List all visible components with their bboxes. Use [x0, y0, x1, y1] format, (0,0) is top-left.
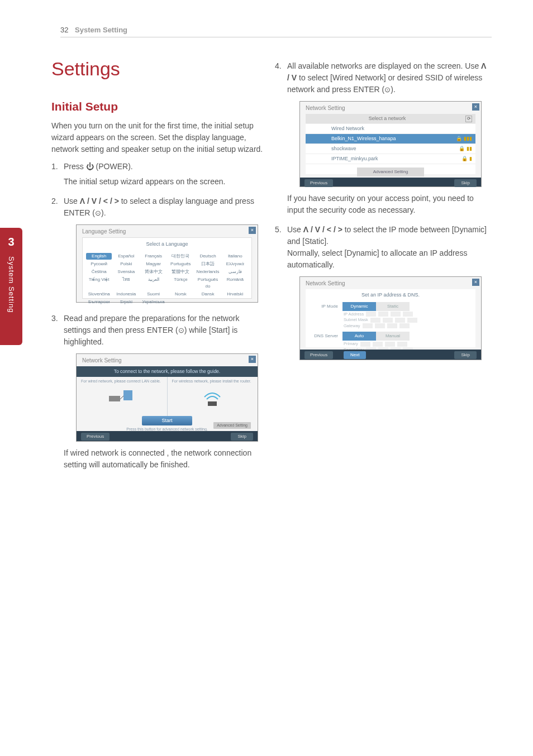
s4-after: If you have security on your access poin… [287, 193, 487, 216]
enter-icon: ⊙ [384, 84, 391, 95]
lang-cell [195, 299, 221, 305]
lang-cell: Čeština [86, 269, 112, 275]
wired-option: Wired Network [309, 125, 448, 133]
steps-right: 4. All available networks are displayed … [275, 60, 487, 366]
lang-cell: Suomi [140, 291, 166, 298]
static-tab: Static [376, 302, 410, 311]
s1-sub: The initial setup wizard appears on the … [64, 176, 264, 188]
step-num: 5. [275, 224, 287, 366]
enter-icon: ⊙ [178, 325, 184, 336]
previous-button: Previous [304, 179, 333, 187]
close-icon: × [249, 227, 256, 234]
dns-label: DNS Server [309, 333, 342, 339]
lang-cell: Українська [140, 299, 166, 305]
advanced-button: Advanced Setting [357, 168, 424, 176]
svg-line-2 [120, 396, 123, 399]
enter-icon: ⊙ [95, 208, 101, 219]
signal-icon: ▮ [469, 156, 472, 161]
s2-a: Use [64, 197, 80, 205]
step-4: 4. All available networks are displayed … [275, 60, 487, 219]
s4-a: All available networks are displayed on … [287, 61, 481, 70]
header-section: System Setting [75, 26, 127, 34]
wired-label: For wired network, please connect LAN ca… [81, 379, 163, 384]
svg-rect-3 [208, 401, 217, 406]
ip-head: Set an IP address & DNS. [306, 289, 475, 302]
auto-tab: Auto [342, 332, 376, 341]
lang-cell: Magyar [140, 261, 166, 267]
close-icon: × [472, 279, 479, 286]
page-number: 32 [60, 26, 68, 34]
lang-cell: Srpski [113, 299, 139, 305]
svg-rect-0 [109, 396, 120, 401]
ss-lang-head: Select a Language [83, 238, 251, 251]
lang-cell: العربية [140, 276, 166, 290]
skip-button: Skip [454, 179, 477, 187]
lang-cell: Slovenčina [86, 291, 112, 298]
screenshot-network-select: Network Setting × Select a network⟳ Wire… [299, 101, 482, 187]
signal-icon: ▮▮▮ [464, 136, 472, 141]
screenshot-network-guide: Network Setting × To connect to the netw… [76, 353, 258, 442]
lang-cell [168, 299, 193, 305]
net-head: Select a network [309, 115, 465, 123]
manual-tab: Manual [376, 332, 410, 341]
sidebar-label: System Setting [7, 256, 16, 313]
power-icon: ⏻ [86, 162, 94, 171]
lock-icon: 🔒 [459, 146, 465, 151]
step-1: 1. Press ⏻ (POWER). The initial setup wi… [51, 161, 264, 191]
screenshot-ip-mode: Network Setting × Set an IP address & DN… [299, 276, 482, 360]
subnet-label: Subnet Mask [344, 317, 368, 323]
ipmode-label: IP Mode [309, 303, 342, 310]
signal-icon: ▮▮ [467, 146, 472, 151]
lang-cell: Ελληνικά [222, 261, 248, 267]
ipaddr-label: IP Address [344, 312, 364, 318]
step-num: 2. [51, 195, 64, 308]
ss-title: Language Setting [82, 227, 126, 236]
lang-cell: Indonesia [113, 291, 139, 298]
net-name: Belkin_N1_Wireless_hanapa [309, 135, 448, 143]
lang-cell: 繁體中文 [168, 269, 193, 275]
sidebar-tab: 3 System Setting [0, 228, 22, 345]
refresh-icon: ⟳ [465, 116, 472, 122]
lang-cell: 대한민국 [168, 253, 193, 260]
left-column: Settings Initial Setup When you turn on … [51, 58, 264, 479]
advanced-button: Advanced Setting [213, 422, 251, 429]
primary-label: Primary [344, 341, 358, 347]
step-3: 3. Read and prepare the preparations for… [51, 313, 264, 474]
previous-button: Previous [81, 433, 110, 441]
lang-cell [222, 299, 248, 305]
ss-title: Network Setting [306, 104, 345, 112]
close-icon: × [472, 103, 479, 111]
lang-cell: Türkçe [168, 276, 193, 290]
gateway-label: Gateway [344, 323, 360, 329]
lang-cell: Français [140, 253, 166, 260]
previous-button: Previous [304, 351, 333, 359]
arrow-all-icon: Λ / V / < / > [80, 197, 119, 205]
page-title: Settings [51, 58, 264, 80]
lang-cell: Italiano [222, 253, 248, 260]
lang-cell: English [86, 253, 112, 260]
lang-cell: فارسی [222, 269, 248, 275]
screenshot-language: Language Setting × Select a Language Eng… [76, 224, 258, 303]
s5-a: Use [287, 225, 303, 234]
lang-cell: Polski [113, 261, 139, 267]
s2-c: ). [101, 208, 106, 217]
s4-c: ). [391, 85, 396, 94]
step-2: 2. Use Λ / V / < / > to select a display… [51, 195, 264, 308]
steps-left: 1. Press ⏻ (POWER). The initial setup wi… [51, 161, 264, 474]
skip-button: Skip [454, 351, 477, 359]
sidebar-number: 3 [8, 236, 14, 248]
step-num: 4. [275, 60, 287, 219]
close-icon: × [249, 356, 256, 363]
intro-text: When you turn on the unit for the first … [51, 120, 264, 155]
lang-grid: EnglishEspañolFrançais대한민국DeutschItalian… [83, 251, 251, 308]
lang-cell: Tiếng Việt [86, 276, 112, 290]
lang-cell: Deutsch [195, 253, 221, 260]
net-name: IPTIME_minkyu.park [309, 155, 448, 163]
ss-title: Network Setting [82, 356, 122, 365]
wifi-icon [172, 389, 254, 413]
lang-cell: Norsk [168, 291, 193, 298]
lang-cell: ไทย [113, 276, 139, 290]
lang-cell: Русский [86, 261, 112, 267]
step-num: 1. [51, 161, 64, 191]
lang-cell: 简体中文 [140, 269, 166, 275]
